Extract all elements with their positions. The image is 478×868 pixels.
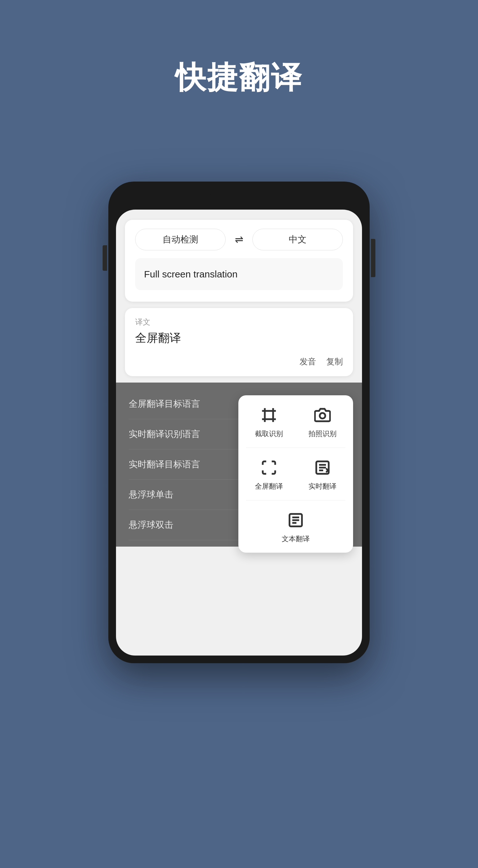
copy-button[interactable]: 复制	[326, 356, 343, 367]
text-icon	[285, 509, 306, 531]
language-selector-row: 自动检测 ⇌ 中文	[135, 229, 343, 250]
result-actions: 发音 复制	[135, 356, 343, 367]
setting-label-float-double: 悬浮球双击	[129, 519, 173, 531]
settings-area: 全屏翻译目标语言 中文 > 实时翻译识别语言 实时翻译目标语言 悬浮球单击 功能…	[116, 382, 362, 547]
camera-icon	[312, 404, 333, 426]
camera-notch	[210, 190, 268, 202]
qa-divider-2	[246, 500, 346, 500]
qa-item-photo[interactable]: 拍照识别	[300, 404, 346, 439]
source-language-button[interactable]: 自动检测	[135, 229, 226, 250]
phone-side-button-right	[371, 239, 376, 277]
phone-screen: 自动检测 ⇌ 中文 Full screen translation 译文 全屏翻…	[116, 210, 362, 655]
input-text: Full screen translation	[144, 267, 334, 281]
qa-divider-1	[246, 447, 346, 448]
qa-label-photo: 拍照识别	[308, 429, 336, 439]
crop-icon	[258, 404, 280, 426]
qa-item-fullscreen[interactable]: 全屏翻译	[246, 457, 292, 491]
setting-label-fullscreen-target: 全屏翻译目标语言	[129, 398, 200, 410]
qa-item-capture[interactable]: 截取识别	[246, 404, 292, 439]
setting-label-float-single: 悬浮球单击	[129, 489, 173, 501]
target-language-button[interactable]: 中文	[252, 229, 343, 250]
page-title: 快捷翻译	[175, 57, 303, 99]
svg-rect-0	[265, 411, 273, 419]
qa-label-realtime: 实时翻译	[308, 482, 336, 491]
fullscreen-icon	[258, 457, 280, 478]
qa-label-fullscreen: 全屏翻译	[255, 482, 283, 491]
phone-top-bar	[116, 189, 362, 208]
swap-languages-icon[interactable]: ⇌	[230, 234, 248, 246]
phone-side-button-left	[102, 245, 107, 271]
result-card: 译文 全屏翻译 发音 复制	[125, 308, 353, 376]
speak-button[interactable]: 发音	[300, 356, 316, 367]
setting-label-realtime-source: 实时翻译识别语言	[129, 428, 200, 440]
qa-item-realtime[interactable]: 实时翻译	[300, 457, 346, 491]
qa-label-capture: 截取识别	[255, 429, 283, 439]
realtime-icon	[312, 457, 333, 478]
quick-actions-popup: 截取识别 拍照识别	[238, 395, 353, 553]
translator-card: 自动检测 ⇌ 中文 Full screen translation	[125, 220, 353, 302]
setting-label-realtime-target: 实时翻译目标语言	[129, 458, 200, 470]
result-label: 译文	[135, 317, 343, 327]
qa-label-text: 文本翻译	[282, 534, 310, 544]
input-area[interactable]: Full screen translation	[135, 258, 343, 290]
svg-point-1	[320, 413, 325, 418]
phone-mockup: 自动检测 ⇌ 中文 Full screen translation 译文 全屏翻…	[108, 182, 370, 663]
quick-actions-grid: 截取识别 拍照识别	[246, 404, 346, 544]
result-text: 全屏翻译	[135, 330, 343, 346]
qa-item-text[interactable]: 文本翻译	[246, 509, 346, 544]
